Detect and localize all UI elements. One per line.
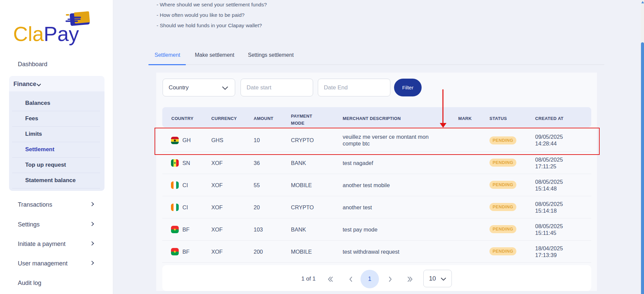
- svg-text:Cla: Cla: [13, 23, 44, 45]
- svg-text:Pay: Pay: [44, 23, 79, 45]
